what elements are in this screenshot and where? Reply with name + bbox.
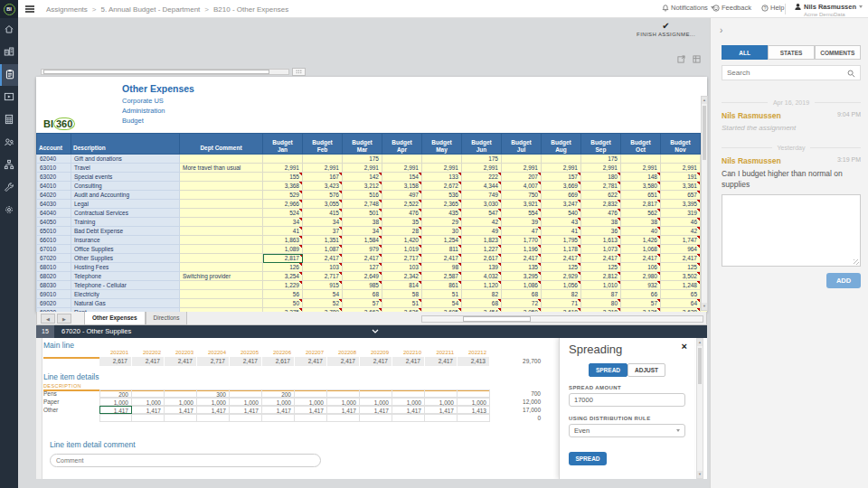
grid-cell[interactable]: 576 (303, 191, 343, 200)
grid-cell[interactable]: 1,770 (502, 236, 542, 245)
line-item-cell[interactable]: 1,000 (392, 398, 425, 406)
spreading-tab-spread[interactable]: SPREAD (589, 363, 627, 377)
grid-cell[interactable]: 1,089 (263, 245, 303, 254)
grid-cell[interactable]: 2,991 (462, 164, 502, 173)
grid-cell[interactable]: 68 (502, 290, 542, 299)
grid-cell-account[interactable]: 64040 (37, 209, 71, 218)
grid-cell-account[interactable]: 69020 (37, 299, 71, 308)
main-line-cell[interactable]: 2,617 (262, 357, 295, 366)
grid-cell[interactable]: 57 (343, 299, 382, 308)
grid-cell[interactable]: 41 (542, 227, 581, 236)
grid-cell[interactable]: 2,966 (263, 200, 303, 209)
grid-cell[interactable]: 3,669 (542, 182, 581, 191)
grid-cell[interactable]: 2,991 (382, 164, 422, 173)
grid-cell[interactable]: 175 (462, 155, 502, 164)
grid-cell[interactable]: 2,417 (502, 254, 542, 263)
grid-cell[interactable]: 3,030 (462, 200, 502, 209)
grid-cell[interactable]: 476 (382, 209, 422, 218)
grid-cell-comment[interactable] (180, 173, 263, 182)
grid-cell[interactable]: 2,991 (542, 164, 581, 173)
grid-cell[interactable]: 2,929 (542, 272, 581, 281)
grid-cell[interactable]: 1,086 (502, 281, 542, 290)
line-item-cell[interactable] (165, 389, 197, 398)
grid-cell[interactable] (502, 155, 542, 164)
grid-cell[interactable]: 2,417 (621, 254, 661, 263)
grid-cell[interactable]: 861 (422, 281, 462, 290)
grid-cell[interactable]: 125 (661, 263, 701, 272)
grid-cell[interactable]: 1,229 (263, 281, 303, 290)
grid-cell-description[interactable]: Legal (71, 200, 180, 209)
grid-cell[interactable]: 148 (621, 173, 661, 182)
grid-cell[interactable]: 42 (661, 227, 701, 236)
line-item-cell[interactable] (230, 414, 262, 422)
line-item-cell[interactable]: 200 (99, 389, 132, 398)
notifications-button[interactable]: Notifications (662, 4, 714, 12)
grid-cell[interactable]: 3,395 (661, 200, 701, 209)
spread-amount-input[interactable] (569, 393, 685, 407)
grid-cell-comment[interactable] (180, 182, 263, 191)
main-line-cell[interactable]: 2,617 (99, 357, 132, 366)
grid-cell[interactable]: 37 (303, 227, 343, 236)
grid-cell[interactable]: 1,019 (382, 245, 422, 254)
grid-cell[interactable]: 127 (343, 263, 382, 272)
line-item-cell[interactable] (360, 389, 392, 398)
split-grid-button[interactable] (292, 68, 306, 76)
chevron-down-icon[interactable] (372, 329, 379, 333)
grid-cell-description[interactable]: Travel (71, 164, 180, 173)
user-menu[interactable]: Nils Rasmussen Acme DemoData (794, 3, 863, 17)
line-item-cell[interactable]: 1,417 (99, 406, 132, 414)
grid-cell[interactable] (422, 155, 462, 164)
grid-cell-account[interactable]: 69010 (37, 290, 71, 299)
grid-cell[interactable]: 524 (263, 209, 303, 218)
grid-cell[interactable]: 2,342 (382, 272, 422, 281)
grid-cell[interactable]: 142 (343, 173, 382, 182)
add-comment-button[interactable]: ADD (826, 273, 861, 288)
grid-cell[interactable]: 2,365 (422, 200, 462, 209)
grid-cell[interactable]: 3,295 (502, 272, 542, 281)
grid-cell-description[interactable]: Audit and Accounting (71, 191, 180, 200)
line-item-cell[interactable]: 1,417 (360, 406, 392, 414)
tab-nav-left[interactable]: ◀ (41, 314, 55, 324)
grid-cell[interactable]: 125 (581, 263, 621, 272)
line-item-cell[interactable]: 1,417 (197, 406, 230, 414)
grid-cell[interactable] (542, 155, 581, 164)
grid-cell[interactable]: 4,032 (462, 272, 502, 281)
bi360-logo[interactable]: BI (0, 0, 18, 18)
grid-cell[interactable]: 29 (422, 218, 462, 227)
grid-cell-description[interactable]: Telephone (71, 272, 180, 281)
grid-cell-description[interactable]: Telephone - Cellular (71, 281, 180, 290)
breadcrumb-item[interactable]: B210 - Other Expenses (213, 5, 288, 14)
grid-cell[interactable]: 175 (343, 155, 382, 164)
grid-cell-account[interactable]: 62040 (37, 155, 71, 164)
grid-cell[interactable]: 1,087 (303, 245, 343, 254)
grid-cell[interactable]: 68 (343, 290, 382, 299)
sidebar-item-modules[interactable] (0, 42, 18, 63)
line-item-cell[interactable]: 1,000 (197, 398, 230, 406)
line-item-cell[interactable]: 300 (197, 389, 230, 398)
line-item-cell[interactable] (327, 414, 360, 422)
grid-cell-comment[interactable] (180, 218, 263, 227)
grid-cell[interactable]: 2,649 (343, 272, 382, 281)
grid-cell[interactable]: 1,073 (581, 245, 621, 254)
grid-cell[interactable]: 529 (263, 191, 303, 200)
line-item-cell[interactable]: 1,417 (327, 406, 360, 414)
line-item-cell[interactable] (262, 414, 295, 422)
grid-cell[interactable]: 2,991 (343, 164, 382, 173)
line-item-cell[interactable]: 1,417 (392, 406, 425, 414)
breadcrumb-item[interactable]: Assignments (46, 5, 88, 14)
grid-cell[interactable]: 39 (502, 218, 542, 227)
grid-cell[interactable]: 87 (581, 290, 621, 299)
grid-cell[interactable]: 2,417 (581, 254, 621, 263)
grid-cell-account[interactable]: 65010 (37, 227, 71, 236)
main-line-cell[interactable]: 2,417 (132, 357, 165, 366)
line-item-cell[interactable]: 200 (262, 389, 295, 398)
grid-cell[interactable]: 516 (343, 191, 382, 200)
collapse-panel-icon[interactable]: › (720, 25, 722, 35)
main-line-cell[interactable]: 2,417 (230, 357, 262, 366)
sidebar-item-budgeting[interactable] (0, 109, 18, 131)
grid-cell[interactable]: 2,717 (303, 272, 343, 281)
grid-cell[interactable]: 1,823 (462, 236, 502, 245)
grid-cell[interactable]: 1,120 (462, 281, 502, 290)
line-item-cell[interactable] (230, 389, 262, 398)
line-item-cell[interactable]: 1,417 (230, 406, 262, 414)
